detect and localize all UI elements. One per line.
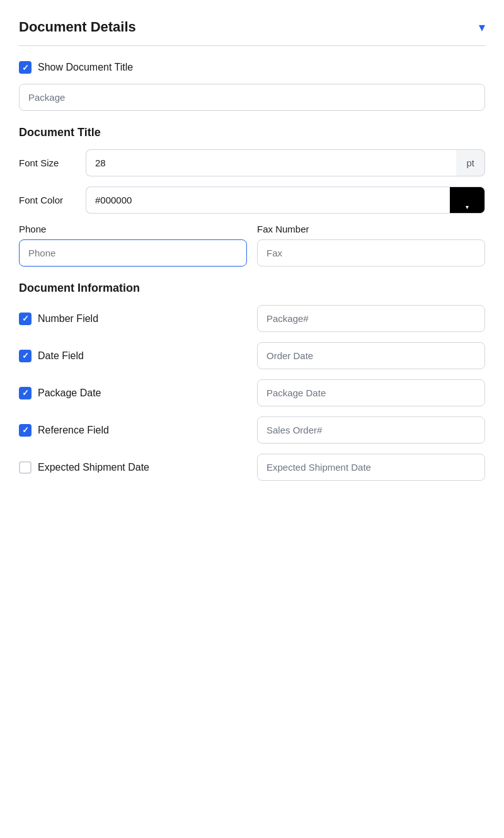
font-size-input[interactable]: [86, 149, 456, 176]
reference-field-label: Reference Field: [38, 425, 109, 436]
fax-field-container: Fax Number: [257, 224, 485, 267]
document-information-section: Document Information ✓ Number Field ✓ Da…: [19, 282, 485, 481]
font-color-input-group: ▾: [86, 187, 485, 214]
color-swatch-chevron-icon: ▾: [466, 204, 469, 210]
section-header: Document Details ▾: [19, 19, 485, 35]
font-size-input-group: pt: [86, 149, 485, 176]
show-document-title-row: ✓ Show Document Title: [19, 61, 485, 74]
font-size-unit: pt: [456, 149, 485, 176]
expected-shipment-date-input[interactable]: [257, 454, 485, 481]
expected-shipment-date-left: ✓ Expected Shipment Date: [19, 461, 247, 474]
document-information-label: Document Information: [19, 282, 485, 295]
fax-label: Fax Number: [257, 224, 485, 234]
date-field-checkbox[interactable]: ✓: [19, 350, 32, 362]
expected-shipment-date-label: Expected Shipment Date: [38, 462, 149, 473]
package-date-left: ✓ Package Date: [19, 387, 247, 399]
show-document-title-label: Show Document Title: [38, 62, 133, 73]
number-field-left: ✓ Number Field: [19, 313, 247, 325]
font-color-row: Font Color ▾: [19, 187, 485, 214]
number-field-right: [257, 305, 485, 332]
date-field-row: ✓ Date Field: [19, 342, 485, 369]
expected-shipment-date-row: ✓ Expected Shipment Date: [19, 454, 485, 481]
checkmark-icon: ✓: [22, 425, 29, 435]
color-swatch[interactable]: ▾: [450, 187, 485, 214]
package-date-input[interactable]: [257, 379, 485, 406]
reference-field-right: [257, 416, 485, 444]
reference-field-row: ✓ Reference Field: [19, 416, 485, 444]
date-field-label: Date Field: [38, 350, 84, 362]
show-document-title-checkbox[interactable]: ✓: [19, 61, 32, 74]
font-size-row: Font Size pt: [19, 149, 485, 176]
date-field-input[interactable]: [257, 342, 485, 369]
package-date-checkbox[interactable]: ✓: [19, 387, 32, 399]
font-color-label: Font Color: [19, 195, 76, 205]
font-size-label: Font Size: [19, 158, 76, 168]
checkmark-icon: ✓: [22, 388, 29, 398]
chevron-down-icon[interactable]: ▾: [479, 20, 485, 35]
checkmark-icon: ✓: [22, 351, 29, 360]
phone-fax-section: Phone Fax Number: [19, 224, 485, 267]
fax-input[interactable]: [257, 239, 485, 267]
section-title: Document Details: [19, 19, 136, 35]
phone-fax-labels-row: Phone Fax Number: [19, 224, 485, 267]
document-title-input-container: [19, 84, 485, 111]
phone-input[interactable]: [19, 239, 247, 267]
reference-field-checkbox[interactable]: ✓: [19, 424, 32, 437]
phone-field-container: Phone: [19, 224, 247, 267]
font-color-input[interactable]: [86, 187, 450, 214]
date-field-left: ✓ Date Field: [19, 350, 247, 362]
package-date-row: ✓ Package Date: [19, 379, 485, 406]
expected-shipment-date-checkbox[interactable]: ✓: [19, 461, 32, 474]
section-divider: [19, 45, 485, 46]
package-date-right: [257, 379, 485, 406]
reference-field-input[interactable]: [257, 416, 485, 444]
number-field-row: ✓ Number Field: [19, 305, 485, 332]
phone-label: Phone: [19, 224, 247, 234]
checkmark-icon: ✓: [22, 63, 29, 72]
expected-shipment-date-right: [257, 454, 485, 481]
number-field-input[interactable]: [257, 305, 485, 332]
package-date-label: Package Date: [38, 387, 101, 399]
checkmark-icon: ✓: [22, 314, 29, 323]
number-field-checkbox[interactable]: ✓: [19, 313, 32, 325]
reference-field-left: ✓ Reference Field: [19, 424, 247, 437]
number-field-label: Number Field: [38, 313, 98, 324]
document-title-input[interactable]: [19, 84, 485, 111]
date-field-right: [257, 342, 485, 369]
document-title-subsection-label: Document Title: [19, 126, 485, 139]
